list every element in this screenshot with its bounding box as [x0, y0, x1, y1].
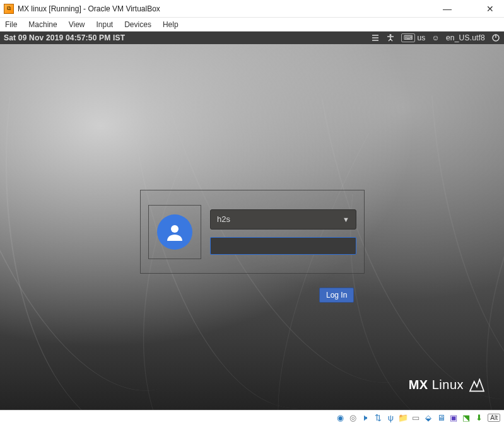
menu-input[interactable]: Input: [97, 20, 114, 29]
menu-icon[interactable]: [371, 33, 380, 42]
power-icon[interactable]: [491, 33, 500, 42]
virtualbox-window-title: MX linux [Running] - Oracle VM VirtualBo…: [18, 4, 160, 13]
maximize-button[interactable]: [464, 4, 474, 14]
virtualbox-statusbar: ◉ ◎ 🕨 ⇅ ψ 📁 ▭ ⬙ 🖥 ▣ ⬔ ⬇ Alt: [0, 410, 504, 425]
menu-machine[interactable]: Machine: [28, 20, 57, 29]
virtualbox-app-icon: ⧉: [4, 4, 14, 14]
vrde-icon[interactable]: 🖥: [436, 413, 446, 423]
virtualbox-titlebar: ⧉ MX linux [Running] - Oracle VM Virtual…: [0, 0, 504, 18]
usb-icon[interactable]: ψ: [385, 413, 396, 423]
clock-label: Sat 09 Nov 2019 04:57:50 PM IST: [4, 33, 125, 42]
user-selector[interactable]: h2s ▼: [210, 209, 356, 230]
host-key-label: Alt: [488, 414, 500, 422]
selected-user-label: h2s: [217, 214, 230, 224]
login-button[interactable]: Log In: [319, 288, 354, 303]
shared-folder-icon[interactable]: 📁: [398, 413, 408, 423]
keyboard-icon: ⌨: [401, 33, 415, 42]
password-input[interactable]: [210, 237, 356, 255]
accessibility-icon[interactable]: [386, 33, 395, 42]
minimize-button[interactable]: —: [442, 4, 452, 14]
keyboard-layout-label: us: [417, 33, 425, 42]
menu-file[interactable]: File: [5, 20, 17, 29]
host-key-arrow-icon: ⬇: [474, 413, 484, 423]
virtualbox-menubar: File Machine View Input Devices Help: [0, 18, 504, 32]
svg-point-2: [171, 225, 179, 233]
menu-devices[interactable]: Devices: [124, 20, 151, 29]
audio-icon[interactable]: 🕨: [360, 413, 370, 423]
brand-linux: Linux: [432, 378, 464, 392]
chevron-down-icon: ▼: [343, 216, 349, 223]
user-avatar-icon: [157, 214, 192, 250]
face-icon[interactable]: ☺: [432, 33, 440, 42]
brand-mx: MX: [409, 378, 428, 392]
network-icon[interactable]: ⇅: [373, 413, 383, 423]
display-icon[interactable]: ▭: [411, 413, 421, 423]
cpu-icon[interactable]: ▣: [448, 413, 459, 423]
recording-icon[interactable]: ⬙: [423, 413, 433, 423]
avatar-frame: [148, 205, 201, 259]
keyboard-layout-indicator[interactable]: ⌨ us: [401, 33, 425, 42]
hdd-icon[interactable]: ◉: [335, 413, 345, 423]
vm-display: Sat 09 Nov 2019 04:57:50 PM IST ⌨ us ☺ e…: [0, 32, 504, 410]
mx-linux-branding: MX Linux: [409, 378, 485, 392]
locale-label: en_US.utf8: [446, 33, 485, 42]
optical-icon[interactable]: ◎: [348, 413, 358, 423]
greeter-top-panel: Sat 09 Nov 2019 04:57:50 PM IST ⌨ us ☺ e…: [0, 32, 504, 44]
locale-indicator[interactable]: en_US.utf8: [446, 33, 485, 42]
brand-text: MX Linux: [409, 378, 464, 392]
menu-view[interactable]: View: [69, 20, 85, 29]
menu-help[interactable]: Help: [163, 20, 179, 29]
svg-point-0: [390, 34, 392, 36]
mouse-integration-icon[interactable]: ⬔: [461, 413, 471, 423]
mx-logo-icon: [469, 378, 485, 392]
login-panel: h2s ▼: [140, 190, 365, 274]
close-button[interactable]: ✕: [485, 4, 495, 14]
